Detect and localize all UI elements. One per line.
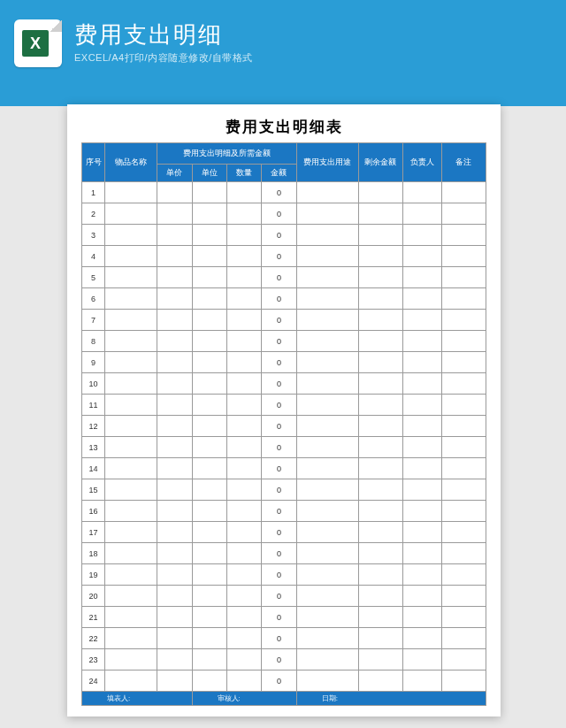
cell-empty bbox=[402, 395, 441, 416]
cell-empty bbox=[226, 458, 261, 479]
cell-empty bbox=[358, 586, 402, 607]
table-row: 90 bbox=[82, 352, 486, 373]
cell-empty bbox=[157, 543, 192, 564]
col-use: 费用支出用途 bbox=[296, 143, 358, 182]
cell-empty bbox=[358, 352, 402, 373]
col-name: 物品名称 bbox=[105, 143, 157, 182]
cell-empty bbox=[296, 479, 358, 501]
cell-empty bbox=[192, 522, 226, 543]
cell-amount: 0 bbox=[262, 416, 296, 437]
cell-empty bbox=[358, 628, 402, 649]
cell-amount: 0 bbox=[262, 586, 296, 607]
cell-empty bbox=[358, 225, 402, 246]
cell-empty bbox=[157, 246, 192, 267]
cell-empty bbox=[402, 182, 441, 203]
cell-seq: 6 bbox=[82, 288, 105, 310]
template-header: X 费用支出明细 EXCEL/A4打印/内容随意修改/自带格式 bbox=[0, 0, 566, 78]
cell-empty bbox=[226, 501, 261, 522]
cell-empty bbox=[157, 225, 192, 246]
cell-empty bbox=[105, 267, 157, 288]
cell-seq: 8 bbox=[82, 331, 105, 352]
cell-empty bbox=[192, 437, 226, 458]
cell-empty bbox=[226, 331, 261, 352]
cell-empty bbox=[192, 288, 226, 310]
cell-empty bbox=[157, 182, 192, 203]
cell-seq: 14 bbox=[82, 458, 105, 479]
cell-seq: 23 bbox=[82, 649, 105, 671]
col-responsible: 负责人 bbox=[402, 143, 441, 182]
cell-empty bbox=[192, 479, 226, 501]
cell-empty bbox=[402, 479, 441, 501]
cell-empty bbox=[192, 331, 226, 352]
cell-seq: 24 bbox=[82, 671, 105, 692]
cell-empty bbox=[226, 225, 261, 246]
cell-empty bbox=[105, 182, 157, 203]
cell-empty bbox=[358, 246, 402, 267]
cell-empty bbox=[441, 395, 486, 416]
cell-empty bbox=[192, 416, 226, 437]
cell-empty bbox=[402, 246, 441, 267]
cell-empty bbox=[441, 649, 486, 671]
cell-amount: 0 bbox=[262, 543, 296, 564]
table-row: 140 bbox=[82, 458, 486, 479]
cell-empty bbox=[105, 479, 157, 501]
cell-amount: 0 bbox=[262, 331, 296, 352]
table-row: 20 bbox=[82, 203, 486, 225]
cell-empty bbox=[192, 267, 226, 288]
footer-date: 日期: bbox=[296, 692, 486, 706]
col-unit: 单位 bbox=[192, 165, 226, 182]
cell-empty bbox=[296, 628, 358, 649]
cell-seq: 12 bbox=[82, 416, 105, 437]
cell-seq: 4 bbox=[82, 246, 105, 267]
cell-seq: 10 bbox=[82, 373, 105, 395]
cell-empty bbox=[157, 395, 192, 416]
cell-empty bbox=[402, 522, 441, 543]
cell-seq: 20 bbox=[82, 586, 105, 607]
cell-empty bbox=[358, 203, 402, 225]
table-row: 50 bbox=[82, 267, 486, 288]
cell-empty bbox=[105, 671, 157, 692]
cell-empty bbox=[226, 416, 261, 437]
cell-empty bbox=[296, 416, 358, 437]
cell-empty bbox=[105, 225, 157, 246]
cell-empty bbox=[296, 607, 358, 628]
cell-empty bbox=[105, 310, 157, 331]
table-row: 100 bbox=[82, 373, 486, 395]
cell-empty bbox=[402, 416, 441, 437]
cell-amount: 0 bbox=[262, 628, 296, 649]
document-title: 费用支出明细表 bbox=[81, 117, 486, 137]
cell-empty bbox=[226, 352, 261, 373]
cell-empty bbox=[402, 331, 441, 352]
cell-empty bbox=[157, 331, 192, 352]
cell-empty bbox=[402, 586, 441, 607]
cell-empty bbox=[157, 607, 192, 628]
cell-empty bbox=[105, 352, 157, 373]
cell-amount: 0 bbox=[262, 479, 296, 501]
cell-empty bbox=[441, 628, 486, 649]
table-row: 120 bbox=[82, 416, 486, 437]
cell-empty bbox=[192, 182, 226, 203]
document-page: 费用支出明细表 序号 物品名称 费用支出明细及所需金额 费用支出用途 剩余金额 … bbox=[67, 104, 501, 717]
cell-amount: 0 bbox=[262, 246, 296, 267]
table-row: 180 bbox=[82, 543, 486, 564]
cell-empty bbox=[226, 288, 261, 310]
cell-empty bbox=[441, 458, 486, 479]
cell-empty bbox=[441, 310, 486, 331]
cell-empty bbox=[296, 543, 358, 564]
cell-empty bbox=[441, 479, 486, 501]
cell-empty bbox=[441, 564, 486, 586]
footer-row: 填表人: 审核人: 日期: bbox=[82, 692, 486, 706]
cell-empty bbox=[157, 522, 192, 543]
cell-empty bbox=[358, 437, 402, 458]
cell-empty bbox=[402, 649, 441, 671]
cell-empty bbox=[192, 246, 226, 267]
cell-empty bbox=[402, 501, 441, 522]
cell-empty bbox=[157, 267, 192, 288]
cell-empty bbox=[192, 458, 226, 479]
cell-amount: 0 bbox=[262, 458, 296, 479]
cell-amount: 0 bbox=[262, 203, 296, 225]
cell-empty bbox=[226, 203, 261, 225]
cell-empty bbox=[192, 628, 226, 649]
cell-seq: 21 bbox=[82, 607, 105, 628]
cell-amount: 0 bbox=[262, 310, 296, 331]
